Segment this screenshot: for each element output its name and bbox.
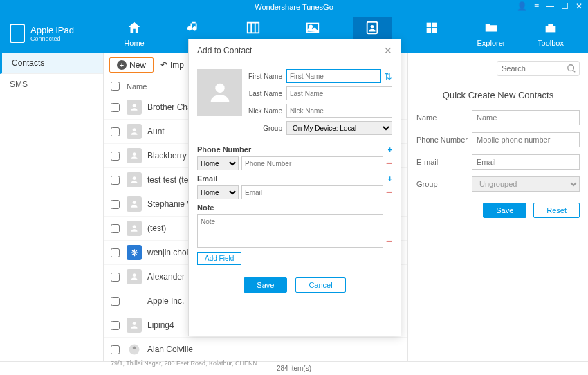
nav-explorer[interactable]: Explorer: [472, 17, 511, 50]
modal-header: Add to Contact ✕: [189, 39, 401, 62]
avatar-icon: [127, 221, 142, 236]
row-checkbox[interactable]: [111, 345, 120, 354]
qc-save-button[interactable]: Save: [483, 203, 526, 218]
titlebar: Wondershare TunesGo 👤 ≡ — ☐ ✕: [0, 0, 588, 14]
avatar-icon: [127, 148, 142, 163]
device-info[interactable]: Apple iPad Connected: [10, 24, 107, 43]
close-icon[interactable]: ✕: [576, 1, 582, 11]
svg-rect-7: [427, 23, 431, 27]
folder-icon: [483, 19, 499, 36]
minimize-icon[interactable]: —: [546, 1, 554, 11]
row-checkbox[interactable]: [111, 224, 120, 233]
nav-home[interactable]: Home: [115, 17, 154, 50]
import-button[interactable]: ↶ Imp: [160, 60, 184, 70]
remove-note-icon[interactable]: −: [386, 235, 392, 248]
qc-name-label: Name: [416, 113, 472, 122]
first-name-label: First Name: [248, 73, 286, 80]
row-checkbox[interactable]: [111, 103, 120, 112]
contacts-icon: [364, 19, 380, 36]
last-name-input[interactable]: [286, 86, 392, 100]
last-name-label: Last Name: [248, 90, 286, 98]
svg-point-21: [133, 347, 136, 350]
first-name-input[interactable]: [286, 69, 381, 83]
row-checkbox[interactable]: [111, 248, 120, 257]
avatar-icon: [127, 196, 142, 212]
music-icon: [185, 19, 202, 36]
row-checkbox[interactable]: [111, 273, 120, 282]
plus-icon: +: [117, 60, 127, 70]
avatar-icon: [127, 318, 142, 333]
svg-point-13: [133, 128, 136, 131]
remove-phone-icon[interactable]: −: [386, 157, 392, 170]
qc-phone-input[interactable]: [472, 132, 580, 147]
qc-email-label: E-mail: [416, 158, 472, 166]
qc-email-input[interactable]: [472, 154, 580, 170]
qc-name-input[interactable]: [472, 110, 580, 125]
sidebar-item-sms[interactable]: SMS: [0, 74, 103, 95]
nav-toolbox[interactable]: Toolbox: [531, 17, 570, 50]
avatar-icon: [127, 293, 142, 309]
maximize-icon[interactable]: ☐: [561, 1, 569, 11]
video-icon: [245, 19, 261, 36]
avatar-icon: [127, 269, 142, 284]
email-input[interactable]: [241, 185, 383, 199]
svg-rect-9: [427, 28, 431, 33]
row-detail: 79/1, Thillai Nagar, 200 Feet Road, Kola…: [104, 358, 407, 368]
svg-point-15: [133, 176, 136, 180]
email-section-label: Email: [197, 174, 217, 183]
svg-point-17: [133, 225, 136, 228]
phone-type-select[interactable]: Home: [197, 156, 239, 170]
new-button[interactable]: +New: [109, 57, 154, 73]
note-textarea[interactable]: [197, 214, 383, 248]
svg-point-16: [133, 201, 136, 204]
menu-icon[interactable]: ≡: [534, 1, 539, 11]
avatar-icon: [127, 342, 142, 357]
row-checkbox[interactable]: [111, 127, 120, 136]
nick-name-label: Nick Name: [248, 107, 286, 115]
modal-save-button[interactable]: Save: [244, 277, 287, 293]
user-icon[interactable]: 👤: [517, 1, 527, 11]
svg-rect-10: [432, 28, 437, 33]
phone-input[interactable]: [241, 156, 383, 170]
row-checkbox[interactable]: [111, 152, 120, 161]
search-input[interactable]: [497, 61, 580, 76]
avatar-icon: [127, 172, 142, 188]
qc-group-select[interactable]: Ungrouped: [472, 176, 580, 192]
svg-point-6: [371, 25, 374, 28]
modal-title: Add to Contact: [197, 46, 252, 55]
qc-reset-button[interactable]: Reset: [533, 203, 580, 218]
modal-close-icon[interactable]: ✕: [384, 45, 392, 56]
add-phone-icon[interactable]: +: [388, 145, 392, 154]
add-email-icon[interactable]: +: [388, 174, 392, 183]
window-controls: 👤 ≡ — ☐ ✕: [517, 1, 582, 11]
svg-point-18: [133, 273, 136, 277]
avatar-icon: ❋: [127, 245, 142, 260]
col-name: Name: [127, 82, 147, 91]
modal-cancel-button[interactable]: Cancel: [295, 277, 345, 293]
group-select[interactable]: On My Device: Local: [286, 121, 392, 135]
remove-email-icon[interactable]: −: [386, 186, 392, 199]
email-type-select[interactable]: Home: [197, 185, 239, 199]
sidebar: Contacts SMS: [0, 53, 104, 361]
avatar-placeholder[interactable]: [197, 69, 242, 116]
import-icon: ↶: [160, 60, 167, 70]
nav-apps[interactable]: [412, 17, 451, 50]
device-icon: [10, 24, 25, 43]
toolbox-icon: [542, 19, 559, 36]
add-contact-modal: Add to Contact ✕ First Name⇅ Last Name N…: [188, 39, 401, 336]
row-checkbox[interactable]: [111, 200, 120, 209]
contact-name: (test): [147, 223, 166, 233]
sidebar-item-contacts[interactable]: Contacts: [0, 53, 103, 74]
swap-icon[interactable]: ⇅: [384, 71, 392, 82]
contact-row[interactable]: Alan Colville: [104, 338, 407, 358]
device-name: Apple iPad: [30, 25, 74, 35]
nick-name-input[interactable]: [286, 104, 392, 118]
row-checkbox[interactable]: [111, 297, 120, 306]
add-field-button[interactable]: Add Field: [197, 252, 241, 265]
quick-create-panel: Quick Create New Contacts Name Phone Num…: [408, 53, 588, 361]
row-checkbox[interactable]: [111, 321, 120, 330]
phone-section-label: Phone Number: [197, 145, 251, 154]
avatar-icon: [127, 100, 142, 115]
select-all-checkbox[interactable]: [111, 82, 120, 91]
row-checkbox[interactable]: [111, 176, 120, 185]
